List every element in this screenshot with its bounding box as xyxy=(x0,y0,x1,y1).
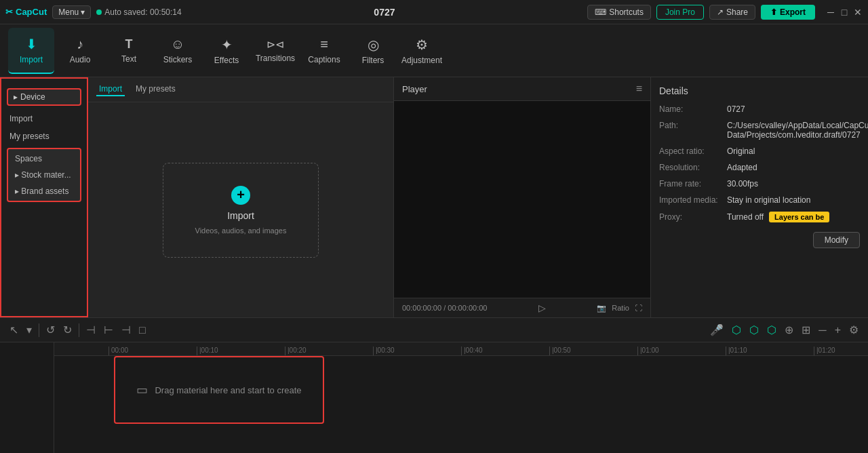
toolbar-separator-2 xyxy=(79,323,79,337)
join-pro-button[interactable]: Join Pro xyxy=(656,5,704,20)
toolbar-text[interactable]: T Text xyxy=(106,28,152,74)
trim-right-tool[interactable]: ⊣ xyxy=(120,322,132,338)
sidebar-spaces-section: Spaces ▸ Stock mater... ▸ Brand assets xyxy=(7,148,81,202)
topbar-right: ⌨ Shortcuts Join Pro ↗ Share ⬆ Export ─ … xyxy=(587,5,863,20)
transitions-icon: ⊳⊲ xyxy=(267,38,284,51)
trim-left-tool[interactable]: ⊢ xyxy=(102,322,115,338)
player-menu-icon[interactable]: ≡ xyxy=(636,83,642,95)
camera-icon[interactable]: 📷 xyxy=(597,304,606,313)
toolbar-captions[interactable]: ≡ Captions xyxy=(301,28,347,74)
tool-chevron[interactable]: ▾ xyxy=(25,322,33,338)
toolbar-audio[interactable]: ♪ Audio xyxy=(57,28,103,74)
player-panel: Player ≡ 00:00:00:00 / 00:00:00:00 ▷ 📷 R… xyxy=(393,77,651,317)
auto-save-status: Auto saved: 00:50:14 xyxy=(96,7,181,17)
media-nav-presets[interactable]: My presets xyxy=(133,83,178,96)
save-indicator xyxy=(96,9,102,15)
details-aspect-row: Aspect ratio: Original xyxy=(659,146,860,156)
details-proxy-row: Proxy: Turned off Layers can be xyxy=(659,212,860,222)
player-viewport xyxy=(394,101,650,298)
timeline-ruler: 00:00 |00:10 |00:20 |00:30 |00:40 |00:50… xyxy=(54,342,868,356)
details-framerate-label: Frame rate: xyxy=(659,179,727,189)
toolbar-stickers[interactable]: ☺ Stickers xyxy=(155,28,201,74)
export-button[interactable]: ⬆ Export xyxy=(761,5,815,20)
delete-tool[interactable]: □ xyxy=(138,323,147,338)
timeline-track-labels xyxy=(0,342,54,453)
details-path-label: Path: xyxy=(659,121,727,130)
undo-button[interactable]: ↺ xyxy=(45,322,56,338)
toolbar-effects[interactable]: ✦ Effects xyxy=(203,28,250,74)
sidebar-item-stock[interactable]: ▸ Stock mater... xyxy=(8,167,80,183)
import-drop-zone[interactable]: + Import Videos, audios, and images xyxy=(163,163,319,258)
close-button[interactable]: ✕ xyxy=(853,7,863,17)
details-title: Details xyxy=(659,85,860,96)
minimize-button[interactable]: ─ xyxy=(826,7,835,17)
stickers-icon: ☺ xyxy=(171,37,184,52)
timeline-drag-zone[interactable]: ▭ Drag material here and start to create xyxy=(114,356,324,424)
toolbar-transitions[interactable]: ⊳⊲ Transitions xyxy=(252,28,298,74)
details-framerate-row: Frame rate: 30.00fps xyxy=(659,179,860,189)
shortcuts-button[interactable]: ⌨ Shortcuts xyxy=(587,5,651,20)
top-bar: ✂ CapCut Menu ▾ Auto saved: 00:50:14 072… xyxy=(0,0,868,24)
share-button[interactable]: ↗ Share xyxy=(709,5,755,20)
arrow-icon: ▸ xyxy=(15,170,19,180)
details-framerate-value: 30.00fps xyxy=(727,179,860,189)
zoom-out-icon[interactable]: ─ xyxy=(817,323,827,338)
window-controls: ─ □ ✕ xyxy=(826,7,863,17)
menu-button[interactable]: Menu ▾ xyxy=(52,5,91,19)
sidebar-item-presets[interactable]: My presets xyxy=(1,127,87,145)
ruler-mark-0: 00:00 xyxy=(108,347,197,355)
details-proxy-label: Proxy: xyxy=(659,212,727,222)
proxy-off-value: Turned off xyxy=(727,212,764,222)
sync-icon[interactable]: ⬡ xyxy=(748,322,760,338)
details-name-label: Name: xyxy=(659,104,727,114)
link-icon[interactable]: ⬡ xyxy=(730,322,743,338)
toolbar-import[interactable]: ⬇ Import xyxy=(8,28,54,74)
toolbar-import-label: Import xyxy=(20,55,43,64)
ruler-mark-4: |00:40 xyxy=(461,347,549,355)
sidebar-item-brand[interactable]: ▸ Brand assets xyxy=(8,183,80,199)
player-time: 00:00:00:00 / 00:00:00:00 xyxy=(402,304,487,312)
audio-tool[interactable]: ⬡ xyxy=(766,322,778,338)
play-button[interactable]: ▷ xyxy=(538,302,546,313)
modify-button[interactable]: Modify xyxy=(813,232,860,248)
timeline-track-area: 00:00 |00:10 |00:20 |00:30 |00:40 |00:50… xyxy=(54,342,868,453)
details-resolution-label: Resolution: xyxy=(659,163,727,172)
split-tool[interactable]: ⊣ xyxy=(85,322,97,338)
select-tool[interactable]: ↖ xyxy=(8,322,20,338)
toolbar-stickers-label: Stickers xyxy=(163,55,193,64)
text-icon: T xyxy=(125,37,133,52)
toolbar-adjustment[interactable]: ⚙ Adjustment xyxy=(399,28,445,74)
film-icon: ▭ xyxy=(136,382,148,397)
toolbar: ⬇ Import ♪ Audio T Text ☺ Stickers ✦ Eff… xyxy=(0,24,868,77)
ruler-mark-7: |01:10 xyxy=(726,347,814,355)
toolbar-adjustment-label: Adjustment xyxy=(401,56,442,65)
details-name-row: Name: 0727 xyxy=(659,104,860,114)
import-icon: ⬇ xyxy=(26,36,37,52)
toolbar-filters[interactable]: ◎ Filters xyxy=(350,28,396,74)
sidebar-item-spaces[interactable]: Spaces xyxy=(8,151,80,167)
split-icon[interactable]: ⊕ xyxy=(783,322,795,338)
filters-icon: ◎ xyxy=(368,37,379,53)
zoom-in-icon[interactable]: + xyxy=(833,323,842,338)
fullscreen-icon[interactable]: ⛶ xyxy=(635,304,642,312)
maximize-button[interactable]: □ xyxy=(840,7,849,17)
import-label: Import xyxy=(227,210,254,221)
details-panel: Details Name: 0727 Path: C:/Users/cvalle… xyxy=(651,77,868,317)
sidebar-item-device[interactable]: ▸ Device xyxy=(7,88,81,106)
ruler-mark-1: |00:10 xyxy=(197,347,285,355)
mic-icon[interactable]: 🎤 xyxy=(709,322,725,338)
toolbar-transitions-label: Transitions xyxy=(256,54,295,63)
settings-icon[interactable]: ⚙ xyxy=(848,322,860,338)
track-icon[interactable]: ⊞ xyxy=(800,322,812,338)
timeline-right-tools: 🎤 ⬡ ⬡ ⬡ ⊕ ⊞ ─ + ⚙ xyxy=(709,322,860,338)
export-icon: ⬆ xyxy=(770,7,777,17)
app-logo: ✂ CapCut xyxy=(5,7,47,17)
captions-icon: ≡ xyxy=(320,37,328,52)
sidebar-item-import[interactable]: Import xyxy=(1,110,87,127)
toolbar-audio-label: Audio xyxy=(70,55,91,64)
player-header: Player ≡ xyxy=(394,77,650,101)
redo-button[interactable]: ↻ xyxy=(62,322,73,338)
media-nav-import[interactable]: Import xyxy=(96,83,125,96)
ratio-button[interactable]: Ratio xyxy=(612,304,629,312)
chevron-down-icon: ▾ xyxy=(81,7,85,17)
